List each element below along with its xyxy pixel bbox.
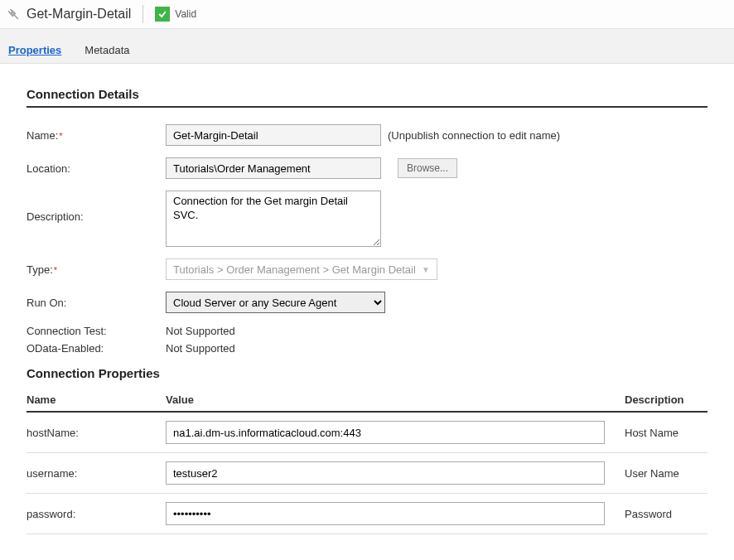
row-connection-test: Connection Test: Not Supported: [27, 325, 707, 337]
row-name: Name: (Unpublish connection to edit name…: [27, 124, 707, 146]
prop-desc: User Name: [625, 467, 707, 480]
properties-table-header: Name Value Description: [27, 393, 707, 413]
password-input[interactable]: [166, 502, 605, 525]
row-description: Description: Connection for the Get marg…: [27, 191, 707, 247]
name-hint: (Unpublish connection to edit name): [388, 129, 560, 142]
section-connection-properties-title: Connection Properties: [27, 366, 707, 385]
prop-desc: Host Name: [625, 427, 707, 439]
prop-name: password:: [27, 508, 166, 520]
tab-bar: Properties Metadata: [0, 29, 734, 64]
label-odata: OData-Enabled:: [27, 342, 166, 355]
row-run-on: Run On: Cloud Server or any Secure Agent: [27, 292, 707, 313]
browse-button[interactable]: Browse...: [398, 158, 457, 178]
label-description: Description:: [27, 191, 166, 223]
header-divider: [142, 5, 143, 23]
location-input[interactable]: [166, 157, 381, 179]
run-on-select[interactable]: Cloud Server or any Secure Agent: [166, 292, 385, 313]
page-header: Get-Margin-Detail Valid: [0, 0, 734, 29]
chevron-down-icon: ▼: [422, 265, 430, 274]
username-input[interactable]: [166, 461, 605, 485]
section-connection-details-title: Connection Details: [27, 87, 707, 108]
col-header-description: Description: [625, 393, 707, 406]
table-row: hostName: Host Name: [27, 413, 707, 453]
name-input[interactable]: [166, 124, 381, 146]
table-row: username: User Name: [27, 453, 707, 494]
tab-metadata[interactable]: Metadata: [85, 44, 129, 56]
label-type: Type:: [27, 263, 166, 276]
row-type: Type: Tutorials > Order Management > Get…: [27, 258, 707, 280]
row-location: Location: Browse...: [27, 157, 707, 179]
col-header-name: Name: [27, 393, 166, 406]
prop-name: username:: [27, 467, 166, 480]
label-run-on: Run On:: [27, 297, 166, 309]
connection-test-value: Not Supported: [166, 325, 235, 337]
odata-value: Not Supported: [166, 342, 235, 355]
row-odata: OData-Enabled: Not Supported: [27, 342, 707, 355]
hostname-input[interactable]: [166, 421, 605, 444]
label-location: Location:: [27, 162, 166, 175]
status-badge: Valid: [155, 7, 196, 22]
description-textarea[interactable]: Connection for the Get margin Detail SVC…: [166, 191, 381, 247]
label-connection-test: Connection Test:: [27, 325, 166, 337]
col-header-value: Value: [166, 393, 625, 406]
status-text: Valid: [175, 8, 196, 20]
content-area: Connection Details Name: (Unpublish conn…: [0, 64, 734, 551]
tab-properties[interactable]: Properties: [8, 44, 61, 56]
svg-line-3: [14, 15, 18, 19]
type-value: Tutorials > Order Management > Get Margi…: [173, 263, 416, 276]
svg-line-2: [10, 9, 12, 11]
prop-desc: Password: [625, 508, 707, 520]
page-title: Get-Margin-Detail: [27, 7, 131, 22]
type-select: Tutorials > Order Management > Get Margi…: [166, 258, 437, 280]
table-row: password: Password: [27, 494, 707, 534]
svg-line-1: [8, 11, 10, 12]
label-name: Name:: [27, 129, 166, 142]
check-icon: [155, 7, 170, 22]
connection-icon: [5, 6, 22, 22]
prop-name: hostName:: [27, 427, 166, 439]
